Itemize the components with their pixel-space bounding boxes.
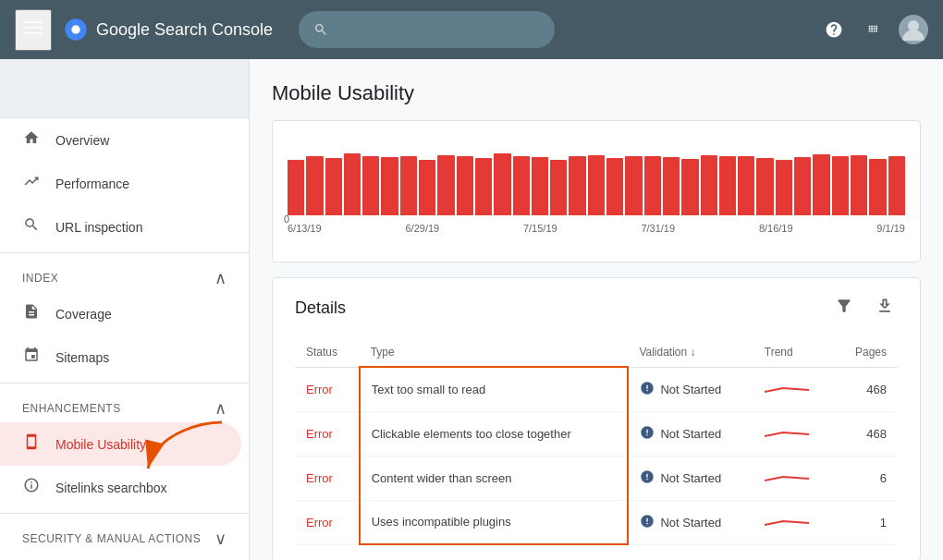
nav-section-enhancements-label: Enhancements xyxy=(22,402,121,415)
nav-divider-1 xyxy=(0,252,249,253)
cell-trend xyxy=(753,367,833,411)
chart-bar xyxy=(588,155,605,215)
app-title: Google Search Console xyxy=(96,20,273,40)
chart-bar xyxy=(569,156,585,215)
chart-bar xyxy=(756,158,773,215)
chart-card: 0 6/13/196/29/197/15/197/31/198/16/199/1… xyxy=(272,120,921,262)
validation-text: Not Started xyxy=(660,471,721,485)
chart-label: 7/15/19 xyxy=(523,223,557,234)
sidebar-item-url-inspection[interactable]: URL inspection xyxy=(0,205,241,249)
search-bar[interactable] xyxy=(299,11,554,48)
chart-bar xyxy=(362,156,379,215)
cell-status: Error xyxy=(295,456,360,500)
cell-trend xyxy=(753,500,833,544)
chart-bar xyxy=(776,160,792,215)
details-title: Details xyxy=(295,298,346,318)
chart-bar xyxy=(381,157,398,215)
col-validation[interactable]: Validation ↓ xyxy=(628,338,753,367)
chart-bar xyxy=(813,154,829,215)
security-toggle[interactable]: ∨ xyxy=(214,529,227,549)
chart-bar xyxy=(494,153,510,215)
sidebar-item-sitemaps[interactable]: Sitemaps xyxy=(0,335,241,379)
validation-text: Not Started xyxy=(660,516,721,530)
cell-trend xyxy=(753,456,833,500)
nav-divider-2 xyxy=(0,383,249,383)
trend-chart xyxy=(765,514,809,529)
chart-bar xyxy=(550,160,567,215)
sidebar-item-coverage[interactable]: Coverage xyxy=(0,292,241,335)
chart-bar xyxy=(306,156,323,216)
chart-zero-label: 0 xyxy=(284,213,289,225)
trend-chart xyxy=(765,425,809,440)
sitemaps-icon xyxy=(22,347,41,368)
cell-type[interactable]: Text too small to read xyxy=(360,367,629,411)
validation-icon xyxy=(640,381,655,398)
col-trend: Trend xyxy=(753,338,833,367)
search-icon xyxy=(313,22,328,37)
chart-area: 0 6/13/196/29/197/15/197/31/198/16/199/1… xyxy=(288,136,905,247)
svg-rect-2 xyxy=(24,32,43,34)
cell-type[interactable]: Clickable elements too close together xyxy=(360,411,629,456)
chart-bar xyxy=(851,155,867,215)
chart-label: 9/1/19 xyxy=(876,223,905,234)
url-search-icon xyxy=(22,216,41,237)
validation-icon xyxy=(640,425,655,443)
cell-validation: Not Started xyxy=(628,500,753,544)
chart-bar xyxy=(625,156,642,216)
sidebar-item-sitelinks-searchbox[interactable]: Sitelinks searchbox xyxy=(0,466,241,509)
cell-status: Error xyxy=(295,500,360,544)
sidebar-item-overview[interactable]: Overview xyxy=(0,118,241,162)
download-button[interactable] xyxy=(872,293,898,323)
cell-type[interactable]: Content wider than screen xyxy=(360,456,629,500)
trending-icon xyxy=(22,173,41,194)
help-button[interactable] xyxy=(817,13,851,46)
chart-bar xyxy=(437,155,454,215)
enhancements-toggle[interactable]: ∧ xyxy=(214,398,227,419)
sidebar-site xyxy=(0,59,249,118)
cell-validation: Not Started xyxy=(628,367,753,411)
chart-bar xyxy=(644,156,661,215)
user-avatar[interactable] xyxy=(899,15,928,44)
sidebar-item-url-inspection-label: URL inspection xyxy=(55,220,142,235)
coverage-icon xyxy=(22,303,41,324)
details-actions xyxy=(831,293,898,323)
chart-bar xyxy=(888,156,905,216)
cell-pages: 468 xyxy=(833,411,898,456)
nav-section-security: Security & Manual Actions ∨ xyxy=(0,517,249,553)
chart-label: 6/29/19 xyxy=(405,223,439,234)
chart-bar xyxy=(738,156,754,216)
table-row: ErrorContent wider than screenNot Starte… xyxy=(295,456,898,500)
index-toggle[interactable]: ∧ xyxy=(214,268,227,288)
sidebar-item-performance-label: Performance xyxy=(55,177,129,191)
validation-text: Not Started xyxy=(660,427,721,441)
sidebar-item-mobile-usability[interactable]: Mobile Usability xyxy=(0,422,241,466)
chart-bar xyxy=(457,156,473,215)
filter-button[interactable] xyxy=(831,293,857,323)
cell-type[interactable]: Uses incompatible plugins xyxy=(360,500,629,544)
svg-point-4 xyxy=(71,25,80,33)
sidebar-item-coverage-label: Coverage xyxy=(55,307,112,322)
sort-down-icon: ↓ xyxy=(691,346,696,359)
details-header: Details xyxy=(295,293,898,323)
cell-pages: 1 xyxy=(833,500,898,544)
chart-label: 7/31/19 xyxy=(641,223,675,234)
sitelinks-icon xyxy=(22,477,41,498)
col-pages: Pages xyxy=(833,338,898,367)
search-input[interactable] xyxy=(336,22,539,37)
menu-button[interactable] xyxy=(15,9,52,51)
sidebar-item-overview-label: Overview xyxy=(55,133,109,148)
chart-bar xyxy=(344,153,361,215)
trend-chart xyxy=(765,381,809,396)
apps-button[interactable] xyxy=(858,13,891,46)
table-row: ErrorClickable elements too close togeth… xyxy=(295,411,898,456)
page-title: Mobile Usability xyxy=(272,81,921,105)
col-type: Type xyxy=(360,338,629,367)
home-icon xyxy=(22,129,41,151)
chart-bar xyxy=(400,156,417,216)
col-status: Status xyxy=(295,338,360,367)
sidebar-item-performance[interactable]: Performance xyxy=(0,162,241,205)
cell-pages: 468 xyxy=(833,367,898,411)
chart-bar xyxy=(663,157,680,215)
chart-bars xyxy=(288,136,905,219)
table-row: ErrorUses incompatible pluginsNot Starte… xyxy=(295,500,898,544)
